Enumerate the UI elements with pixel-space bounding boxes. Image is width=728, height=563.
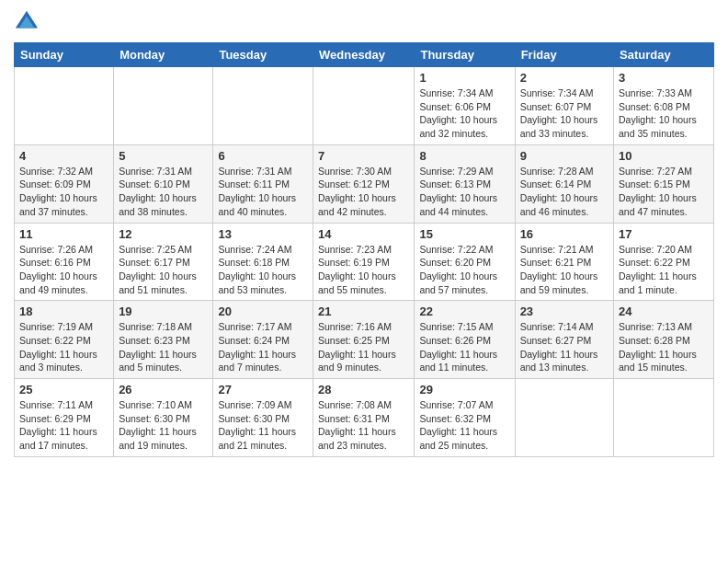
calendar-table: SundayMondayTuesdayWednesdayThursdayFrid…: [14, 42, 714, 457]
day-number: 9: [520, 149, 609, 163]
logo-icon: [14, 9, 40, 35]
day-number: 26: [119, 383, 208, 396]
day-info: Sunrise: 7:11 AM Sunset: 6:29 PM Dayligh…: [19, 398, 108, 453]
day-number: 7: [318, 149, 409, 163]
day-info: Sunrise: 7:08 AM Sunset: 6:31 PM Dayligh…: [318, 398, 409, 453]
day-info: Sunrise: 7:20 AM Sunset: 6:22 PM Dayligh…: [619, 243, 709, 297]
calendar-cell: [515, 379, 613, 457]
day-number: 25: [19, 383, 108, 396]
day-number: 27: [218, 383, 308, 396]
day-number: 15: [419, 227, 509, 241]
day-info: Sunrise: 7:22 AM Sunset: 6:20 PM Dayligh…: [419, 243, 509, 297]
day-info: Sunrise: 7:31 AM Sunset: 6:10 PM Dayligh…: [119, 165, 208, 219]
day-number: 23: [520, 304, 609, 318]
day-number: 28: [318, 383, 409, 396]
weekday-header-monday: Monday: [114, 43, 213, 67]
weekday-header-tuesday: Tuesday: [213, 43, 313, 67]
day-number: 16: [520, 227, 609, 241]
weekday-header-sunday: Sunday: [15, 43, 114, 67]
day-info: Sunrise: 7:26 AM Sunset: 6:16 PM Dayligh…: [19, 243, 108, 297]
day-info: Sunrise: 7:16 AM Sunset: 6:25 PM Dayligh…: [318, 320, 409, 374]
day-info: Sunrise: 7:27 AM Sunset: 6:15 PM Dayligh…: [619, 165, 709, 219]
day-info: Sunrise: 7:34 AM Sunset: 6:06 PM Dayligh…: [419, 86, 509, 141]
calendar-cell: 29Sunrise: 7:07 AM Sunset: 6:32 PM Dayli…: [415, 379, 515, 457]
calendar-cell: 2Sunrise: 7:34 AM Sunset: 6:07 PM Daylig…: [515, 67, 613, 145]
day-number: 8: [419, 149, 509, 163]
calendar-cell: 21Sunrise: 7:16 AM Sunset: 6:25 PM Dayli…: [313, 301, 415, 379]
calendar-cell: 18Sunrise: 7:19 AM Sunset: 6:22 PM Dayli…: [15, 301, 114, 379]
day-info: Sunrise: 7:18 AM Sunset: 6:23 PM Dayligh…: [119, 320, 208, 374]
day-number: 24: [619, 304, 709, 318]
day-info: Sunrise: 7:32 AM Sunset: 6:09 PM Dayligh…: [19, 165, 108, 219]
calendar-cell: 9Sunrise: 7:28 AM Sunset: 6:14 PM Daylig…: [515, 144, 613, 223]
day-number: 2: [520, 71, 609, 85]
day-info: Sunrise: 7:15 AM Sunset: 6:26 PM Dayligh…: [419, 320, 509, 374]
day-number: 13: [218, 227, 308, 241]
calendar-cell: 23Sunrise: 7:14 AM Sunset: 6:27 PM Dayli…: [515, 301, 613, 379]
page-header: [14, 9, 714, 35]
day-number: 29: [419, 383, 509, 396]
logo: [14, 9, 43, 35]
calendar-week-row: 18Sunrise: 7:19 AM Sunset: 6:22 PM Dayli…: [15, 301, 714, 379]
day-number: 14: [318, 227, 409, 241]
day-number: 18: [19, 304, 108, 318]
calendar-cell: 27Sunrise: 7:09 AM Sunset: 6:30 PM Dayli…: [213, 379, 313, 457]
day-info: Sunrise: 7:13 AM Sunset: 6:28 PM Dayligh…: [619, 320, 709, 374]
calendar-cell: [213, 67, 313, 145]
day-info: Sunrise: 7:34 AM Sunset: 6:07 PM Dayligh…: [520, 86, 609, 141]
day-info: Sunrise: 7:07 AM Sunset: 6:32 PM Dayligh…: [419, 398, 509, 453]
day-info: Sunrise: 7:23 AM Sunset: 6:19 PM Dayligh…: [318, 243, 409, 297]
calendar-cell: 20Sunrise: 7:17 AM Sunset: 6:24 PM Dayli…: [213, 301, 313, 379]
calendar-cell: 17Sunrise: 7:20 AM Sunset: 6:22 PM Dayli…: [614, 223, 714, 301]
day-info: Sunrise: 7:09 AM Sunset: 6:30 PM Dayligh…: [218, 398, 308, 453]
day-number: 20: [218, 304, 308, 318]
calendar-header-row: SundayMondayTuesdayWednesdayThursdayFrid…: [15, 43, 714, 67]
calendar-cell: 10Sunrise: 7:27 AM Sunset: 6:15 PM Dayli…: [614, 144, 714, 223]
day-number: 3: [619, 71, 709, 85]
day-number: 21: [318, 304, 409, 318]
weekday-header-friday: Friday: [515, 43, 613, 67]
calendar-cell: 4Sunrise: 7:32 AM Sunset: 6:09 PM Daylig…: [15, 144, 114, 223]
day-number: 5: [119, 149, 208, 163]
calendar-cell: 12Sunrise: 7:25 AM Sunset: 6:17 PM Dayli…: [114, 223, 213, 301]
calendar-week-row: 1Sunrise: 7:34 AM Sunset: 6:06 PM Daylig…: [15, 67, 714, 145]
calendar-cell: 28Sunrise: 7:08 AM Sunset: 6:31 PM Dayli…: [313, 379, 415, 457]
calendar-cell: 8Sunrise: 7:29 AM Sunset: 6:13 PM Daylig…: [415, 144, 515, 223]
day-info: Sunrise: 7:14 AM Sunset: 6:27 PM Dayligh…: [520, 320, 609, 374]
calendar-cell: 26Sunrise: 7:10 AM Sunset: 6:30 PM Dayli…: [114, 379, 213, 457]
day-number: 11: [19, 227, 108, 241]
calendar-cell: [114, 67, 213, 145]
day-number: 10: [619, 149, 709, 163]
calendar-cell: 19Sunrise: 7:18 AM Sunset: 6:23 PM Dayli…: [114, 301, 213, 379]
day-number: 12: [119, 227, 208, 241]
day-info: Sunrise: 7:21 AM Sunset: 6:21 PM Dayligh…: [520, 243, 609, 297]
calendar-week-row: 4Sunrise: 7:32 AM Sunset: 6:09 PM Daylig…: [15, 144, 714, 223]
day-info: Sunrise: 7:29 AM Sunset: 6:13 PM Dayligh…: [419, 165, 509, 219]
weekday-header-saturday: Saturday: [614, 43, 714, 67]
calendar-cell: 1Sunrise: 7:34 AM Sunset: 6:06 PM Daylig…: [415, 67, 515, 145]
calendar-cell: 3Sunrise: 7:33 AM Sunset: 6:08 PM Daylig…: [614, 67, 714, 145]
day-number: 6: [218, 149, 308, 163]
calendar-cell: 25Sunrise: 7:11 AM Sunset: 6:29 PM Dayli…: [15, 379, 114, 457]
day-number: 17: [619, 227, 709, 241]
day-info: Sunrise: 7:25 AM Sunset: 6:17 PM Dayligh…: [119, 243, 208, 297]
day-info: Sunrise: 7:31 AM Sunset: 6:11 PM Dayligh…: [218, 165, 308, 219]
calendar-cell: 16Sunrise: 7:21 AM Sunset: 6:21 PM Dayli…: [515, 223, 613, 301]
day-info: Sunrise: 7:30 AM Sunset: 6:12 PM Dayligh…: [318, 165, 409, 219]
day-number: 4: [19, 149, 108, 163]
calendar-cell: 15Sunrise: 7:22 AM Sunset: 6:20 PM Dayli…: [415, 223, 515, 301]
calendar-cell: [614, 379, 714, 457]
day-info: Sunrise: 7:28 AM Sunset: 6:14 PM Dayligh…: [520, 165, 609, 219]
weekday-header-wednesday: Wednesday: [313, 43, 415, 67]
day-info: Sunrise: 7:19 AM Sunset: 6:22 PM Dayligh…: [19, 320, 108, 374]
calendar-week-row: 11Sunrise: 7:26 AM Sunset: 6:16 PM Dayli…: [15, 223, 714, 301]
calendar-cell: 5Sunrise: 7:31 AM Sunset: 6:10 PM Daylig…: [114, 144, 213, 223]
day-info: Sunrise: 7:24 AM Sunset: 6:18 PM Dayligh…: [218, 243, 308, 297]
calendar-cell: 7Sunrise: 7:30 AM Sunset: 6:12 PM Daylig…: [313, 144, 415, 223]
day-info: Sunrise: 7:17 AM Sunset: 6:24 PM Dayligh…: [218, 320, 308, 374]
calendar-cell: 22Sunrise: 7:15 AM Sunset: 6:26 PM Dayli…: [415, 301, 515, 379]
calendar-cell: [313, 67, 415, 145]
calendar-week-row: 25Sunrise: 7:11 AM Sunset: 6:29 PM Dayli…: [15, 379, 714, 457]
calendar-cell: 13Sunrise: 7:24 AM Sunset: 6:18 PM Dayli…: [213, 223, 313, 301]
day-info: Sunrise: 7:33 AM Sunset: 6:08 PM Dayligh…: [619, 86, 709, 141]
